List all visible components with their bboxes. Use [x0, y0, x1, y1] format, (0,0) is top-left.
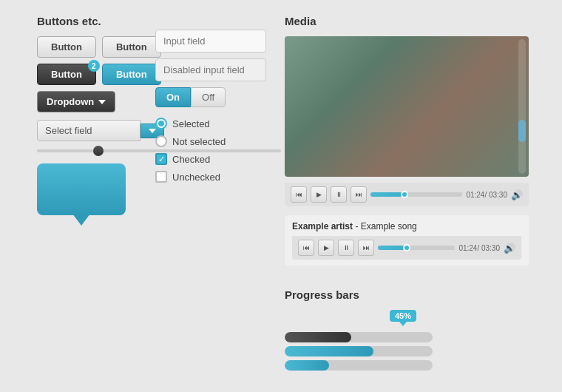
- audio-skip-forward-button[interactable]: ⏭: [358, 240, 374, 256]
- audio-progress-bar[interactable]: [378, 246, 455, 250]
- radio-not-selected-label: Not selected: [172, 136, 226, 147]
- audio-title: Example artist - Example song: [292, 221, 521, 232]
- progress-bar-1: [285, 332, 433, 342]
- badge: 2: [88, 60, 100, 72]
- dropdown-button[interactable]: Dropdown: [37, 91, 115, 112]
- progress-fill-1: [285, 332, 351, 342]
- audio-skip-back-button[interactable]: ⏮: [298, 240, 314, 256]
- speech-bubble: [37, 163, 126, 215]
- checkbox-unchecked-label: Unchecked: [172, 172, 220, 183]
- select-field[interactable]: Select field: [37, 120, 140, 141]
- dropdown-arrow-icon: [98, 100, 106, 104]
- video-background: [285, 36, 529, 177]
- video-container: [285, 36, 529, 177]
- button-1[interactable]: Button: [37, 36, 96, 58]
- pause-button[interactable]: ⏸: [331, 186, 347, 203]
- media-section: Media ⏮ ▶ ⏸ ⏭ 01:24/ 03:30 🔊 Example art…: [285, 15, 547, 276]
- audio-pause-button[interactable]: ⏸: [338, 240, 354, 256]
- video-controls: ⏮ ▶ ⏸ ⏭ 01:24/ 03:30 🔊: [285, 183, 529, 206]
- buttons-section-title: Buttons etc.: [37, 15, 281, 27]
- radio-not-selected-row[interactable]: Not selected: [155, 135, 274, 147]
- slider-thumb[interactable]: [93, 146, 104, 156]
- progress-fill-3: [285, 360, 329, 371]
- media-section-title: Media: [285, 15, 547, 27]
- video-progress-thumb[interactable]: [401, 191, 408, 198]
- button-2[interactable]: Button: [102, 36, 161, 58]
- progress-section-title: Progress bars: [285, 288, 547, 301]
- progress-fill-2: [285, 346, 373, 356]
- radio-selected-row[interactable]: Selected: [155, 118, 274, 129]
- inputs-panel: On Off Selected Not selected ✓ Checked U…: [155, 30, 274, 189]
- checkbox-checked-row[interactable]: ✓ Checked: [155, 153, 274, 165]
- audio-progress-thumb[interactable]: [403, 244, 410, 251]
- input-field[interactable]: [155, 30, 266, 53]
- checkbox-checked-icon[interactable]: ✓: [155, 153, 167, 165]
- volume-icon[interactable]: 🔊: [511, 189, 523, 200]
- radio-dot: [158, 121, 164, 126]
- video-scrollbar[interactable]: [518, 39, 526, 174]
- disabled-input-field: [155, 58, 266, 81]
- play-button[interactable]: ▶: [311, 186, 327, 203]
- skip-back-button[interactable]: ⏮: [291, 186, 307, 203]
- progress-bar-3: [285, 360, 433, 371]
- checkbox-unchecked-row[interactable]: Unchecked: [155, 171, 274, 183]
- button-blue[interactable]: Button: [102, 64, 161, 85]
- video-progress-fill: [370, 192, 404, 197]
- video-progress-bar[interactable]: [370, 192, 462, 197]
- progress-bar-2: [285, 346, 433, 356]
- video-scroll-thumb[interactable]: [518, 120, 526, 142]
- radio-selected-icon[interactable]: [155, 118, 167, 129]
- toggle-group: On Off: [155, 87, 274, 107]
- audio-play-button[interactable]: ▶: [318, 240, 334, 256]
- checkbox-checked-label: Checked: [172, 154, 210, 165]
- radio-not-selected-icon[interactable]: [155, 135, 167, 147]
- skip-forward-button[interactable]: ⏭: [351, 186, 367, 203]
- audio-player: Example artist - Example song ⏮ ▶ ⏸ ⏭ 01…: [285, 215, 529, 266]
- toggle-on-button[interactable]: On: [155, 87, 191, 107]
- audio-volume-icon[interactable]: 🔊: [504, 243, 515, 254]
- checkmark-icon: ✓: [158, 155, 165, 163]
- progress-section: Progress bars 45%: [285, 288, 547, 374]
- video-time-label: 01:24/ 03:30: [466, 191, 507, 199]
- audio-time-label: 01:24/ 03:30: [458, 244, 500, 252]
- progress-bars-container: [285, 332, 547, 371]
- audio-artist: Example artist: [292, 221, 353, 232]
- audio-song: Example song: [361, 221, 417, 232]
- progress-label-bubble: 45%: [390, 310, 416, 322]
- radio-selected-label: Selected: [172, 118, 210, 129]
- toggle-off-button[interactable]: Off: [191, 87, 226, 107]
- audio-controls: ⏮ ▶ ⏸ ⏭ 01:24/ 03:30 🔊: [292, 236, 521, 260]
- checkbox-unchecked-icon[interactable]: [155, 171, 167, 183]
- button-dark[interactable]: Button 2: [37, 64, 96, 85]
